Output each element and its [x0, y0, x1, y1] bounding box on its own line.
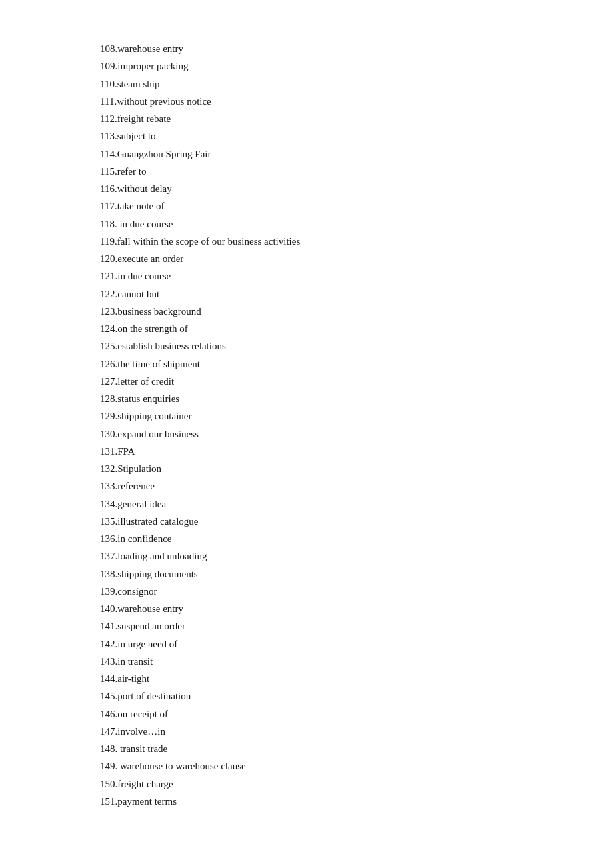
list-item: 140.warehouse entry — [100, 600, 560, 617]
list-item: 136.in confidence — [100, 530, 560, 547]
list-item: 110.steam ship — [100, 75, 560, 93]
list-item: 146.on receipt of — [100, 705, 560, 723]
list-item: 121.in due course — [100, 267, 560, 285]
list-item: 108.warehouse entry — [100, 40, 560, 57]
main-content: 108.warehouse entry109.improper packing1… — [0, 0, 613, 850]
list-item: 138.shipping documents — [100, 565, 560, 583]
list-item: 147.involve…in — [100, 723, 560, 740]
list-item: 129.shipping container — [100, 407, 560, 425]
list-item: 113.subject to — [100, 127, 560, 145]
list-item: 141.suspend an order — [100, 617, 560, 635]
list-item: 132.Stipulation — [100, 460, 560, 477]
list-item: 137.loading and unloading — [100, 547, 560, 565]
list-item: 116.without delay — [100, 180, 560, 197]
list-item: 142.in urge need of — [100, 635, 560, 653]
list-item: 148. transit trade — [100, 740, 560, 757]
list-item: 119.fall within the scope of our busines… — [100, 233, 560, 250]
list-item: 145.port of destination — [100, 687, 560, 705]
list-item: 125.establish business relations — [100, 337, 560, 355]
list-item: 123.business background — [100, 303, 560, 320]
list-item: 114.Guangzhou Spring Fair — [100, 145, 560, 163]
list-item: 139.consignor — [100, 583, 560, 600]
list-item: 151.payment terms — [100, 793, 560, 810]
list-item: 120.execute an order — [100, 250, 560, 267]
list-item: 144.air-tight — [100, 670, 560, 687]
list-item: 143.in transit — [100, 653, 560, 670]
list-item: 117.take note of — [100, 197, 560, 215]
list-item: 115.refer to — [100, 163, 560, 180]
list-item: 112.freight rebate — [100, 110, 560, 127]
list-item: 134.general idea — [100, 495, 560, 513]
list-item: 122.cannot but — [100, 285, 560, 303]
list-item: 131.FPA — [100, 443, 560, 460]
list-item: 126.the time of shipment — [100, 355, 560, 373]
list-item: 135.illustrated catalogue — [100, 513, 560, 530]
list-item: 109.improper packing — [100, 57, 560, 75]
list-item: 128.status enquiries — [100, 390, 560, 407]
list-item: 149. warehouse to warehouse clause — [100, 757, 560, 775]
list-item: 118. in due course — [100, 215, 560, 233]
list-item: 133.reference — [100, 477, 560, 495]
list-item: 130.expand our business — [100, 425, 560, 443]
list-item: 150.freight charge — [100, 775, 560, 793]
vocabulary-list: 108.warehouse entry109.improper packing1… — [100, 40, 560, 810]
list-item: 124.on the strength of — [100, 320, 560, 337]
list-item: 127.letter of credit — [100, 373, 560, 390]
list-item: 111.without previous notice — [100, 93, 560, 110]
